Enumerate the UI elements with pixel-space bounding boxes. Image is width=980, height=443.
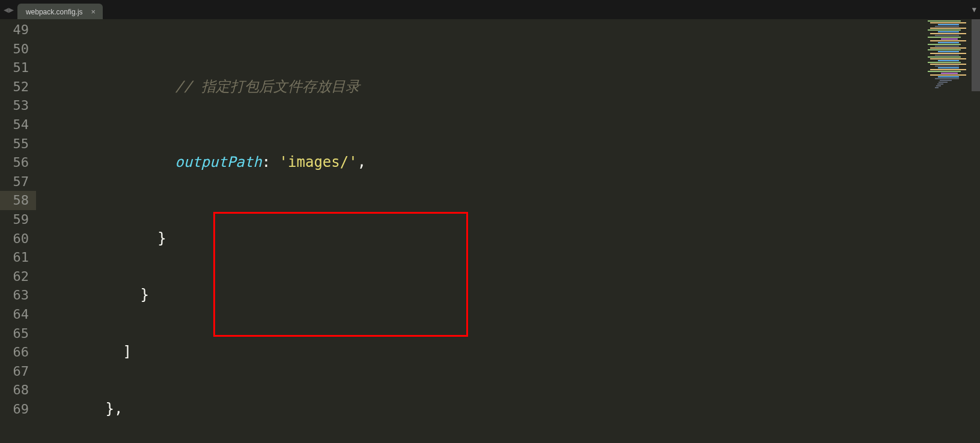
line-number: 52: [0, 77, 36, 97]
code-line: // 指定打包后文件存放目录: [36, 77, 980, 97]
tab-nav-arrows[interactable]: ◀ ▶: [0, 0, 17, 19]
line-number: 51: [0, 58, 36, 77]
line-number: 59: [0, 210, 36, 229]
line-number: 68: [0, 381, 36, 400]
tab-overflow-menu-icon[interactable]: ▼: [972, 0, 976, 19]
line-number: 65: [0, 324, 36, 343]
line-number: 60: [0, 229, 36, 249]
line-number: 61: [0, 248, 36, 267]
line-number: 67: [0, 362, 36, 381]
vertical-scrollbar[interactable]: [972, 19, 980, 443]
line-number: 56: [0, 153, 36, 172]
line-number: 49: [0, 20, 36, 40]
code-editor[interactable]: 4950515253545556575859606162636465666768…: [0, 19, 980, 443]
code-line: },: [36, 400, 980, 419]
line-number: 63: [0, 286, 36, 305]
tab-filename: webpack.config.js: [26, 8, 83, 16]
scrollbar-thumb[interactable]: [972, 19, 980, 91]
tab-webpack-config[interactable]: webpack.config.js ×: [17, 4, 103, 20]
code-line: }: [36, 286, 980, 305]
line-number: 55: [0, 134, 36, 154]
line-number: 69: [0, 400, 36, 419]
line-number: 58: [0, 191, 36, 210]
code-area[interactable]: // 指定打包后文件存放目录 outputPath: 'images/', } …: [36, 19, 980, 443]
code-line: outputPath: 'images/',: [36, 153, 980, 172]
code-line: }: [36, 229, 980, 249]
line-number: 62: [0, 267, 36, 286]
code-line: ]: [36, 343, 980, 362]
line-number: 50: [0, 40, 36, 59]
nav-left-icon[interactable]: ◀: [4, 5, 8, 14]
line-number-gutter: 4950515253545556575859606162636465666768…: [0, 19, 36, 443]
line-number: 54: [0, 115, 36, 134]
nav-right-icon[interactable]: ▶: [8, 5, 13, 14]
tab-bar: ◀ ▶ webpack.config.js × ▼: [0, 0, 980, 20]
line-number: 66: [0, 343, 36, 362]
line-number: 53: [0, 96, 36, 115]
line-number: 57: [0, 172, 36, 191]
close-icon[interactable]: ×: [91, 8, 96, 16]
line-number: 64: [0, 305, 36, 324]
